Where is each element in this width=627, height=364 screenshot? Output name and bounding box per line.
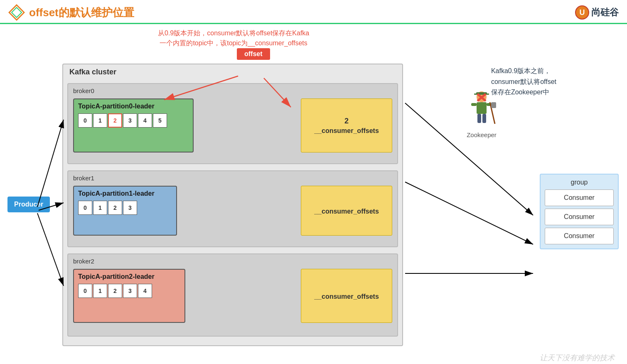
offsets0-label: __consumer_offsets (314, 127, 379, 135)
partition0-label: TopicA-partition0-leader (78, 103, 189, 110)
right-annotation-line1: Kafka0.9版本之前， (491, 66, 556, 76)
logo-icon (8, 4, 25, 21)
broker1-box: broker1 TopicA-partition1-leader 0 1 2 3… (67, 170, 398, 247)
partition0-box: TopicA-partition0-leader 0 1 2 3 4 5 (73, 98, 194, 152)
cell-p2-4: 4 (138, 284, 152, 298)
svg-rect-11 (482, 114, 486, 123)
right-annotation-line3: 保存在Zookeeper中 (491, 87, 556, 98)
top-annotation: 从0.9版本开始，consumer默认将offset保存在Kafka 一个内置的… (158, 28, 309, 48)
svg-text:U: U (580, 8, 585, 17)
cell-p0-0: 0 (78, 113, 92, 128)
cell-p2-3: 3 (123, 284, 137, 298)
offsets2-label: __consumer_offsets (314, 293, 379, 300)
cell-p2-2: 2 (108, 284, 122, 298)
partition0-cells: 0 1 2 3 4 5 (78, 113, 189, 128)
offsets0-number: 2 (344, 117, 349, 125)
svg-line-24 (405, 182, 533, 244)
svg-rect-15 (491, 102, 496, 108)
partition1-cells: 0 1 2 3 (78, 201, 172, 215)
broker2-box: broker2 TopicA-partition2-leader 0 1 2 3… (67, 253, 398, 337)
cell-p2-0: 0 (78, 284, 92, 298)
cell-p0-3: 3 (123, 113, 137, 128)
consumer-box-2: Consumer (545, 228, 614, 244)
svg-rect-6 (474, 93, 489, 95)
cell-p2-1: 1 (93, 284, 107, 298)
partition2-box: TopicA-partition2-leader 0 1 2 3 4 (73, 269, 185, 323)
cell-p1-1: 1 (93, 201, 107, 215)
kafka-cluster-label: Kafka cluster (69, 68, 116, 76)
brand-logo: U 尚硅谷 (575, 5, 619, 20)
broker1-label: broker1 (73, 175, 94, 182)
offsets0-box: 2 __consumer_offsets (301, 98, 392, 152)
partition2-label: TopicA-partition2-leader (78, 273, 180, 280)
broker0-box: broker0 TopicA-partition0-leader 0 1 2 3… (67, 83, 398, 164)
group-label: group (545, 179, 614, 186)
right-annotation: Kafka0.9版本之前， consumer默认将offset 保存在Zooke… (491, 66, 556, 98)
svg-line-22 (37, 213, 64, 286)
partition1-label: TopicA-partition1-leader (78, 190, 172, 197)
broker2-label: broker2 (73, 258, 94, 265)
page-title: offset的默认维护位置 (29, 5, 134, 20)
offsets1-box: __consumer_offsets (301, 186, 392, 236)
cell-p1-3: 3 (123, 201, 137, 215)
producer-box: Producer (7, 197, 50, 212)
partition2-cells: 0 1 2 3 4 (78, 284, 180, 298)
watermark: 让天下没有难学的技术 (540, 353, 615, 363)
offset-badge: offset (237, 48, 270, 60)
zookeeper-label: Zookeeper (465, 131, 498, 138)
kafka-cluster-box: Kafka cluster broker0 TopicA-partition0-… (62, 64, 403, 346)
brand-name: 尚硅谷 (591, 6, 619, 19)
cell-p0-4: 4 (138, 113, 152, 128)
header-left: offset的默认维护位置 (8, 4, 134, 21)
top-annotation-line1: 从0.9版本开始，consumer默认将offset保存在Kafka (158, 28, 309, 38)
zookeeper-figure-icon (465, 91, 498, 128)
svg-line-20 (37, 120, 64, 207)
header: offset的默认维护位置 U 尚硅谷 (0, 0, 627, 24)
main-content: 从0.9版本开始，consumer默认将offset保存在Kafka 一个内置的… (0, 24, 627, 364)
svg-rect-7 (477, 102, 487, 114)
svg-rect-8 (471, 103, 477, 106)
consumer-box-0: Consumer (545, 189, 614, 206)
cell-p1-0: 0 (78, 201, 92, 215)
broker0-label: broker0 (73, 87, 94, 94)
cell-p0-5: 5 (153, 113, 167, 128)
top-annotation-line2: 一个内置的topic中，该topic为__consumer_offsets (158, 38, 309, 48)
cell-p0-1: 1 (93, 113, 107, 128)
right-annotation-line2: consumer默认将offset (491, 76, 556, 87)
offsets2-box: __consumer_offsets (301, 269, 392, 323)
group-container: group Consumer Consumer Consumer (540, 174, 619, 249)
consumer-box-1: Consumer (545, 209, 614, 225)
brand-icon: U (575, 5, 590, 20)
offsets1-label: __consumer_offsets (314, 208, 379, 215)
svg-rect-10 (477, 114, 481, 123)
cell-p0-2: 2 (108, 113, 122, 128)
partition1-box: TopicA-partition1-leader 0 1 2 3 (73, 186, 177, 236)
cell-p1-2: 2 (108, 201, 122, 215)
zookeeper-area: Zookeeper (465, 91, 498, 138)
